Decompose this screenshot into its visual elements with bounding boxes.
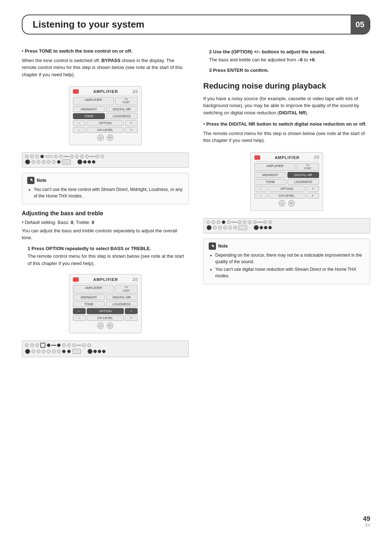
note-item-dnr-2: You can't use digital noise reduction wi… (215, 266, 365, 279)
opt-loudness-btn: LOUDNESS (106, 301, 138, 307)
dnr-midnight-btn: MIDNIGHT (254, 172, 286, 178)
remote-dnr-logo (254, 155, 260, 160)
fp-line2 (90, 156, 95, 157)
remote-option-page: 2/3 (132, 278, 138, 282)
dnr-home-btn: ⌂ (279, 200, 285, 207)
fp-dash-group (59, 155, 74, 158)
fp-row-1 (25, 155, 185, 158)
fp-dnr-c11 (268, 220, 272, 224)
fp-opt-c21 (102, 350, 106, 353)
page: Listening to your system 05 • Press TONE… (0, 0, 392, 538)
remote-dnr-header: AMPLIFIER 2/3 (254, 155, 319, 162)
fp-line (64, 156, 69, 157)
fp-c13 (32, 160, 35, 164)
fp-dnr-c10 (263, 220, 267, 224)
fp-opt-line (51, 345, 56, 346)
fp-opt-c1 (25, 343, 29, 347)
note-item-tone-1: You can't use the tone control with Stre… (34, 186, 183, 199)
remote-tone-row3: TONE LOUDNESS (73, 113, 138, 119)
remote-tone-row4: – OPTION + (73, 120, 138, 126)
reducing-noise-intro: If you have a noisy source (for example,… (203, 95, 370, 117)
fp-c8 (75, 155, 79, 158)
fp-dnr-c9 (253, 220, 257, 224)
opt-ch-level: CH LEVEL (87, 315, 124, 321)
step2-heading: 2 Use the (OPTION) +/– buttons to adjust… (209, 49, 325, 54)
fp-c7 (70, 155, 74, 158)
fp-dnr-line1 (231, 222, 237, 223)
step3-heading: 3 Press ENTER to confirm. (209, 68, 269, 73)
fp-opt-c17 (62, 350, 66, 353)
default-bass: 0 (71, 220, 73, 225)
minus-btn-2: – (73, 127, 86, 133)
fp-c5 (54, 155, 58, 158)
front-panel-dnr (203, 218, 370, 233)
remote-logo-icon (73, 89, 79, 94)
fp-opt-c3 (35, 343, 39, 347)
fp-dnr-c13 (218, 226, 222, 229)
fp-dnr-c17 (260, 226, 263, 229)
opt-amplifier-btn: AMPLIFIER (73, 285, 114, 293)
remote-option-logo (73, 277, 79, 282)
fp-c11 (95, 155, 99, 158)
fp-opt-line2 (77, 345, 82, 346)
front-panel-tone (22, 152, 189, 168)
fp-opt-c11 (32, 350, 35, 353)
fp-dnr-rect (238, 225, 247, 230)
fp-opt-c8 (72, 343, 76, 347)
fp-opt-c6 (62, 343, 66, 347)
note-box-tone: ✎ Note You can't use the tone control wi… (22, 173, 189, 204)
fp-opt-c2 (30, 343, 34, 347)
fp-opt-c14 (47, 350, 50, 353)
fp-opt-c20 (98, 350, 101, 353)
dnr-tv-cont-btn: TVCONT (297, 163, 319, 171)
dnr-back-btn: ↩ (288, 200, 295, 207)
dnr-minus-2: – (254, 193, 267, 199)
fp-c18 (57, 160, 61, 164)
remote-tone-icons: ⌂ ↩ (73, 134, 138, 141)
remote-dnr-row5: – CH LEVEL + (254, 193, 319, 199)
opt-digital-nr-btn: DIGITAL NR (106, 294, 138, 300)
fp-c1 (25, 155, 29, 158)
fp-dnr-line2 (257, 222, 262, 223)
dnr-amplifier-btn: AMPLIFIER (254, 163, 295, 171)
dnr-plus-2: + (306, 193, 319, 199)
step-2: 2 Use the (OPTION) +/– buttons to adjust… (203, 48, 370, 63)
fp-c21 (92, 160, 95, 164)
fp-opt-c9 (82, 343, 86, 347)
fp-opt-dot-group (87, 349, 106, 354)
remote-dnr-wrap: AMPLIFIER 2/3 AMPLIFIER TVCONT MIDNIGHT … (203, 148, 370, 215)
opt-back-btn: ↩ (107, 322, 113, 329)
footer-lang: En (363, 523, 370, 527)
fp-opt-row-1 (25, 343, 185, 348)
default-treble: 0 (91, 220, 94, 225)
note-box-dnr: ✎ Note Depending on the source, there ma… (203, 239, 370, 284)
remote-option-logo-icon (73, 277, 79, 282)
page-title: Listening to your system (33, 19, 359, 30)
home-icon-btn: ⌂ (97, 134, 104, 141)
dn-bullet-body: The remote control menu for this step is… (203, 130, 370, 144)
fp-opt-c7 (67, 343, 71, 347)
fp-dnr-c4 (222, 220, 225, 224)
remote-tone: AMPLIFIER 2/3 AMPLIFIER TVCONT MIDNIGHT … (69, 86, 142, 145)
page-number-badge: 05 (351, 15, 369, 34)
ch-level-btn: CH LEVEL (87, 127, 124, 133)
remote-option-row5: – CH LEVEL + (73, 315, 138, 321)
remote-tone-model: AMPLIFIER (93, 89, 118, 94)
front-panel-option (22, 341, 189, 357)
fp-c10 (85, 155, 89, 158)
fp-dnr-c3 (217, 220, 220, 224)
remote-dnr: AMPLIFIER 2/3 AMPLIFIER TVCONT MIDNIGHT … (250, 152, 323, 211)
fp-c15 (42, 160, 45, 164)
dn-bullet-dot: • (203, 121, 206, 127)
fp-opt-c4 (47, 343, 50, 347)
fp-c3 (35, 155, 39, 158)
dnr-ch-level: CH LEVEL (268, 193, 306, 199)
note-label-tone: Note (37, 178, 46, 183)
dnr-digital-nr-hl: DIGITAL NR (287, 172, 319, 178)
opt-minus-2: – (73, 315, 86, 321)
step-1: 1 Press OPTION repeatedly to select BASS… (22, 245, 189, 267)
fp-dnr-c7 (243, 220, 246, 224)
dnr-loudness-btn: LOUDNESS (287, 179, 319, 185)
remote-tone-row5: – CH LEVEL + (73, 127, 138, 133)
opt-tv-cont-btn: TVCONT (115, 285, 138, 293)
